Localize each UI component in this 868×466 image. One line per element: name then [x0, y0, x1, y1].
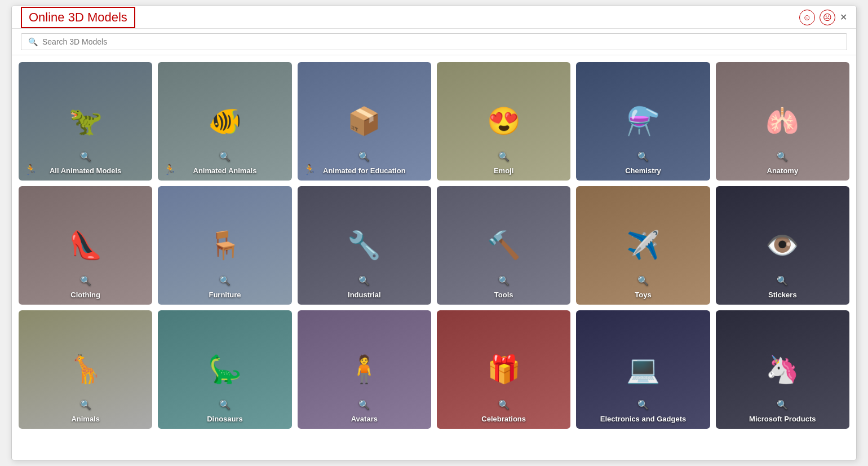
card-label-animated-animals: Animated Animals [158, 163, 291, 181]
category-card-emoji[interactable]: 😍🔍Emoji [437, 62, 570, 181]
card-label-toys: Toys [576, 287, 710, 305]
category-card-celebrations[interactable]: 🎁🔍Celebrations [437, 310, 570, 429]
card-label-stickers: Stickers [716, 287, 849, 305]
card-label-anatomy: Anatomy [716, 163, 849, 181]
category-card-toys[interactable]: ✈️🔍Toys [576, 186, 710, 305]
card-label-electronics-gadgets: Electronics and Gadgets [576, 411, 710, 429]
card-search-icon-furniture: 🔍 [158, 275, 291, 286]
card-search-icon-electronics-gadgets: 🔍 [576, 399, 710, 410]
category-card-microsoft-products[interactable]: 🦄🔍Microsoft Products [716, 310, 849, 429]
card-search-icon-animated-education: 🔍 [298, 151, 431, 162]
category-card-avatars[interactable]: 🧍🔍Avatars [298, 310, 431, 429]
card-label-chemistry: Chemistry [576, 163, 710, 181]
card-search-icon-animated-animals: 🔍 [158, 151, 291, 162]
category-card-anatomy[interactable]: 🫁🔍Anatomy [716, 62, 849, 181]
card-label-industrial: Industrial [298, 287, 431, 305]
card-label-furniture: Furniture [158, 287, 291, 305]
feedback-positive-button[interactable]: ☺ [799, 10, 815, 25]
animated-icon-animated-education: 🏃 [303, 164, 316, 176]
category-card-dinosaurs[interactable]: 🦕🔍Dinosaurs [158, 310, 291, 429]
content-area: 🦖🔍All Animated Models🏃🐠🔍Animated Animals… [12, 55, 856, 460]
category-card-stickers[interactable]: 👁️🔍Stickers [716, 186, 849, 305]
category-card-electronics-gadgets[interactable]: 💻🔍Electronics and Gadgets [576, 310, 710, 429]
page-title: Online 3D Models [21, 7, 135, 28]
category-card-tools[interactable]: 🔨🔍Tools [437, 186, 570, 305]
card-label-tools: Tools [437, 287, 570, 305]
feedback-negative-button[interactable]: ☹ [820, 10, 835, 25]
card-search-icon-celebrations: 🔍 [437, 399, 570, 410]
titlebar-right: ☺ ☹ ✕ [799, 10, 847, 25]
category-card-furniture[interactable]: 🪑🔍Furniture [158, 186, 291, 305]
category-card-animals[interactable]: 🦒🔍Animals [19, 310, 152, 429]
card-search-icon-chemistry: 🔍 [576, 151, 710, 162]
card-search-icon-emoji: 🔍 [437, 151, 570, 162]
category-card-clothing[interactable]: 👠🔍Clothing [19, 186, 152, 305]
card-label-microsoft-products: Microsoft Products [716, 411, 849, 429]
animated-icon-animated-animals: 🏃 [163, 164, 176, 176]
card-search-icon-all-animated: 🔍 [19, 151, 152, 162]
card-label-animated-education: Animated for Education [298, 163, 431, 181]
card-search-icon-microsoft-products: 🔍 [716, 399, 849, 410]
category-card-chemistry[interactable]: ⚗️🔍Chemistry [576, 62, 710, 181]
card-label-all-animated: All Animated Models [19, 163, 152, 181]
card-search-icon-anatomy: 🔍 [716, 151, 849, 162]
search-wrapper: 🔍 [21, 33, 847, 50]
card-label-animals: Animals [19, 411, 152, 429]
search-icon: 🔍 [28, 37, 38, 46]
card-search-icon-clothing: 🔍 [19, 275, 152, 286]
search-input[interactable] [42, 37, 840, 46]
card-search-icon-animals: 🔍 [19, 399, 152, 410]
card-search-icon-industrial: 🔍 [298, 275, 431, 286]
category-card-all-animated[interactable]: 🦖🔍All Animated Models🏃 [19, 62, 152, 181]
category-card-animated-education[interactable]: 📦🔍Animated for Education🏃 [298, 62, 431, 181]
card-label-clothing: Clothing [19, 287, 152, 305]
main-window: Online 3D Models ☺ ☹ ✕ 🔍 🦖🔍All Animated … [11, 6, 857, 460]
card-label-avatars: Avatars [298, 411, 431, 429]
card-search-icon-avatars: 🔍 [298, 399, 431, 410]
card-label-emoji: Emoji [437, 163, 570, 181]
animated-icon-all-animated: 🏃 [24, 164, 37, 176]
close-button[interactable]: ✕ [840, 12, 847, 23]
search-bar: 🔍 [12, 29, 856, 55]
category-grid: 🦖🔍All Animated Models🏃🐠🔍Animated Animals… [19, 62, 849, 429]
titlebar: Online 3D Models ☺ ☹ ✕ [12, 6, 856, 29]
card-label-dinosaurs: Dinosaurs [158, 411, 291, 429]
card-search-icon-toys: 🔍 [576, 275, 710, 286]
category-card-animated-animals[interactable]: 🐠🔍Animated Animals🏃 [158, 62, 291, 181]
card-search-icon-stickers: 🔍 [716, 275, 849, 286]
card-label-celebrations: Celebrations [437, 411, 570, 429]
category-card-industrial[interactable]: 🔧🔍Industrial [298, 186, 431, 305]
grid-scroll[interactable]: 🦖🔍All Animated Models🏃🐠🔍Animated Animals… [12, 55, 856, 460]
titlebar-left: Online 3D Models [21, 7, 135, 28]
card-search-icon-tools: 🔍 [437, 275, 570, 286]
card-search-icon-dinosaurs: 🔍 [158, 399, 291, 410]
